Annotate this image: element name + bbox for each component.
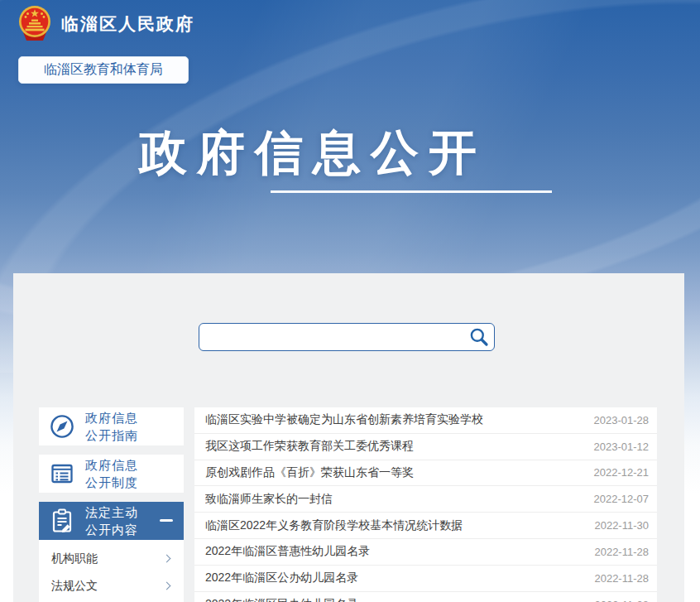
sidebar-subitem-regulations[interactable]: 法规公文 (39, 572, 184, 600)
news-title: 原创戏剧作品《百折》荣获山东省一等奖 (205, 465, 414, 480)
news-title: 2022年临淄区普惠性幼儿园名录 (205, 544, 370, 559)
department-button[interactable]: 临淄区教育和体育局 (18, 56, 189, 84)
news-item[interactable]: 致临淄师生家长的一封信 2022-12-07 (194, 486, 657, 513)
news-date: 2022-11-30 (594, 519, 649, 532)
news-title: 临淄区实验中学被确定为山东省创新素养培育实验学校 (205, 412, 483, 427)
search-bar (199, 323, 495, 351)
news-item[interactable]: 我区这项工作荣获教育部关工委优秀课程 2023-01-12 (194, 434, 657, 460)
page: 临淄区人民政府 临淄区教育和体育局 政府信息公开 (0, 0, 700, 602)
document-icon (49, 460, 75, 487)
page-title: 政府信息公开 (139, 121, 487, 185)
sidebar-item-legal-disclosure[interactable]: 法定主动 公开内容 (39, 502, 184, 540)
news-item[interactable]: 临淄区实验中学被确定为山东省创新素养培育实验学校 2023-01-28 (194, 407, 657, 434)
sidebar-item-open-system[interactable]: 政府信息 公开制度 (39, 455, 184, 493)
news-title: 2022年临淄区民办幼儿园名录 (205, 597, 358, 602)
search-input[interactable] (199, 324, 464, 350)
sidebar: 政府信息 公开指南 政府信息 公开制度 (39, 407, 184, 602)
sidebar-item-label: 法定主动 公开内容 (85, 503, 138, 538)
compass-icon (49, 413, 75, 440)
news-item[interactable]: 2022年临淄区民办幼儿园名录 2022-11-28 (194, 592, 657, 602)
news-date: 2022-12-07 (594, 493, 650, 505)
news-title: 2022年临淄区公办幼儿园名录 (205, 571, 358, 585)
news-item[interactable]: 原创戏剧作品《百折》荣获山东省一等奖 2022-12-21 (194, 460, 657, 487)
news-date: 2022-12-21 (594, 466, 650, 479)
news-date: 2023-01-28 (594, 414, 650, 426)
chevron-right-icon (163, 555, 171, 563)
site-title: 临淄区人民政府 (61, 12, 194, 36)
sidebar-subitem-organization[interactable]: 机构职能 (39, 545, 184, 572)
news-list: 临淄区实验中学被确定为山东省创新素养培育实验学校 2023-01-28 我区这项… (194, 407, 657, 602)
sidebar-item-label: 政府信息 公开制度 (85, 456, 138, 491)
subitem-label: 机构职能 (51, 551, 98, 566)
news-item[interactable]: 2022年临淄区普惠性幼儿园名录 2022-11-28 (194, 539, 657, 566)
clipboard-icon (49, 508, 75, 534)
sidebar-item-open-guide[interactable]: 政府信息 公开指南 (39, 407, 184, 445)
title-underline (271, 190, 552, 193)
search-button[interactable] (464, 324, 494, 350)
news-item[interactable]: 临淄区2022年义务教育阶段学校基本情况统计数据 2022-11-30 (194, 513, 657, 539)
news-item[interactable]: 2022年临淄区公办幼儿园名录 2022-11-28 (194, 566, 657, 592)
content-panel: 政府信息 公开指南 政府信息 公开制度 (13, 273, 684, 602)
collapse-minus-icon (160, 519, 173, 522)
news-title: 临淄区2022年义务教育阶段学校基本情况统计数据 (205, 518, 463, 533)
news-date: 2023-01-12 (594, 441, 650, 453)
subitem-label: 法规公文 (51, 579, 98, 594)
sidebar-submenu: 机构职能 法规公文 (39, 540, 184, 602)
sidebar-item-label: 政府信息 公开指南 (85, 409, 138, 444)
news-date: 2022-11-28 (594, 546, 649, 558)
news-title: 致临淄师生家长的一封信 (205, 492, 333, 507)
chevron-right-icon (163, 582, 171, 590)
news-date: 2022-11-28 (594, 572, 649, 585)
search-icon (468, 326, 490, 348)
news-title: 我区这项工作荣获教育部关工委优秀课程 (205, 439, 414, 454)
news-date: 2022-11-28 (594, 599, 649, 602)
national-emblem-icon (17, 4, 53, 46)
